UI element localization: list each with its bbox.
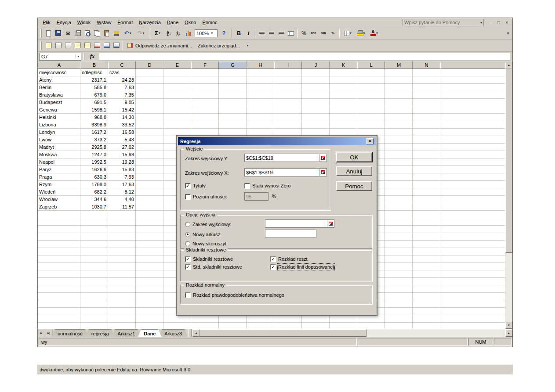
- dialog-titlebar[interactable]: Regresja ×: [178, 137, 376, 145]
- column-header-B[interactable]: B: [80, 61, 108, 69]
- cell[interactable]: 16,58: [108, 129, 136, 136]
- cell[interactable]: [440, 84, 505, 91]
- cell[interactable]: 15,98: [108, 151, 136, 158]
- print-icon[interactable]: [73, 29, 82, 38]
- cell[interactable]: 691,5: [80, 99, 108, 106]
- new-sheet-field[interactable]: [265, 230, 316, 238]
- cell[interactable]: [38, 263, 80, 270]
- cell[interactable]: [108, 233, 136, 241]
- cell[interactable]: [440, 166, 505, 173]
- cell[interactable]: [413, 203, 440, 211]
- cell[interactable]: [191, 99, 219, 106]
- cell[interactable]: [219, 114, 247, 121]
- cell[interactable]: [136, 293, 163, 300]
- menu-okno[interactable]: Okno: [181, 19, 199, 26]
- menu-edycja[interactable]: Edycja: [54, 19, 74, 26]
- cell[interactable]: [440, 241, 505, 248]
- cell[interactable]: [413, 181, 440, 188]
- cell[interactable]: [440, 203, 505, 211]
- cell[interactable]: [413, 69, 440, 76]
- cell[interactable]: [136, 226, 163, 233]
- cell[interactable]: Moskwa: [38, 151, 80, 158]
- cell[interactable]: [413, 121, 440, 129]
- cell[interactable]: [413, 188, 440, 196]
- cell[interactable]: [440, 285, 505, 293]
- scroll-up-icon[interactable]: ▴: [505, 61, 512, 68]
- cell[interactable]: [219, 76, 247, 84]
- cell[interactable]: Bratysława: [38, 91, 80, 99]
- cell[interactable]: [385, 188, 413, 196]
- cell[interactable]: [330, 315, 357, 323]
- sort-ascending-icon[interactable]: AZ↓: [164, 29, 174, 38]
- confidence-field[interactable]: [244, 192, 268, 201]
- cell[interactable]: [385, 270, 413, 278]
- format-painter-icon[interactable]: [112, 29, 121, 38]
- cell[interactable]: Lwów: [38, 136, 80, 144]
- residuals-checkbox[interactable]: ✓ Składniki resztowe: [185, 256, 233, 262]
- align-left-icon[interactable]: [257, 29, 266, 38]
- confidence-checkbox[interactable]: ✓ Poziom ufności:: [185, 194, 227, 200]
- cell[interactable]: 3398,9: [80, 121, 108, 129]
- column-header-G[interactable]: G: [219, 61, 247, 69]
- cell[interactable]: [274, 91, 302, 99]
- range-selector-icon[interactable]: [319, 168, 327, 176]
- cell[interactable]: [440, 293, 505, 300]
- cell[interactable]: [440, 106, 505, 114]
- cell[interactable]: [357, 76, 385, 84]
- cell[interactable]: 4,40: [108, 196, 136, 203]
- font-color-button[interactable]: A▾: [368, 29, 381, 38]
- cell[interactable]: [440, 129, 505, 136]
- cell[interactable]: [413, 248, 440, 255]
- restore-icon[interactable]: □: [495, 19, 502, 26]
- cell[interactable]: [385, 203, 413, 211]
- cell[interactable]: [302, 76, 330, 84]
- cell[interactable]: [136, 99, 163, 106]
- cell[interactable]: 373,2: [80, 136, 108, 144]
- cell[interactable]: 2317,1: [80, 76, 108, 84]
- toolbar-options-button[interactable]: ▾: [243, 41, 252, 50]
- cell[interactable]: [274, 99, 302, 106]
- cell[interactable]: [357, 106, 385, 114]
- cell[interactable]: [191, 323, 219, 329]
- toolbar-grip[interactable]: [40, 41, 42, 50]
- delete-comment-icon[interactable]: [92, 41, 102, 50]
- borders-button[interactable]: ▾: [341, 29, 354, 38]
- cell[interactable]: 679,0: [80, 91, 108, 99]
- cell[interactable]: [413, 173, 440, 181]
- cell[interactable]: [80, 315, 108, 323]
- cell[interactable]: [413, 76, 440, 84]
- cell[interactable]: [440, 136, 505, 144]
- reply-with-changes-button[interactable]: Odpowiedz ze zmianami...: [125, 41, 195, 50]
- cell[interactable]: [80, 211, 108, 218]
- align-center-icon[interactable]: [267, 29, 276, 38]
- menu-wstaw[interactable]: Wstaw: [94, 19, 114, 26]
- cell[interactable]: [385, 196, 413, 203]
- cell[interactable]: [274, 121, 302, 129]
- cell[interactable]: [136, 151, 163, 158]
- cell[interactable]: 9,05: [108, 99, 136, 106]
- column-header-E[interactable]: E: [163, 61, 191, 69]
- cell[interactable]: [385, 114, 413, 121]
- align-right-icon[interactable]: [276, 29, 286, 38]
- show-all-comments-icon[interactable]: [83, 41, 92, 50]
- menu-plik[interactable]: Plik: [40, 19, 54, 26]
- cell[interactable]: [440, 226, 505, 233]
- cell[interactable]: [136, 114, 163, 121]
- cell[interactable]: [385, 241, 413, 248]
- cell[interactable]: [357, 91, 385, 99]
- cell[interactable]: [80, 263, 108, 270]
- cell[interactable]: [330, 121, 357, 129]
- cell[interactable]: [330, 91, 357, 99]
- cell[interactable]: [136, 121, 163, 129]
- input-y-range-field[interactable]: [244, 154, 319, 162]
- cell[interactable]: [357, 114, 385, 121]
- cell[interactable]: [108, 226, 136, 233]
- cell[interactable]: [80, 226, 108, 233]
- cell[interactable]: [247, 106, 274, 114]
- cell[interactable]: 1626,6: [80, 166, 108, 173]
- cell[interactable]: [385, 315, 413, 323]
- cell[interactable]: [357, 121, 385, 129]
- cell[interactable]: 15,42: [108, 106, 136, 114]
- cell[interactable]: [302, 99, 330, 106]
- cell[interactable]: [413, 233, 440, 241]
